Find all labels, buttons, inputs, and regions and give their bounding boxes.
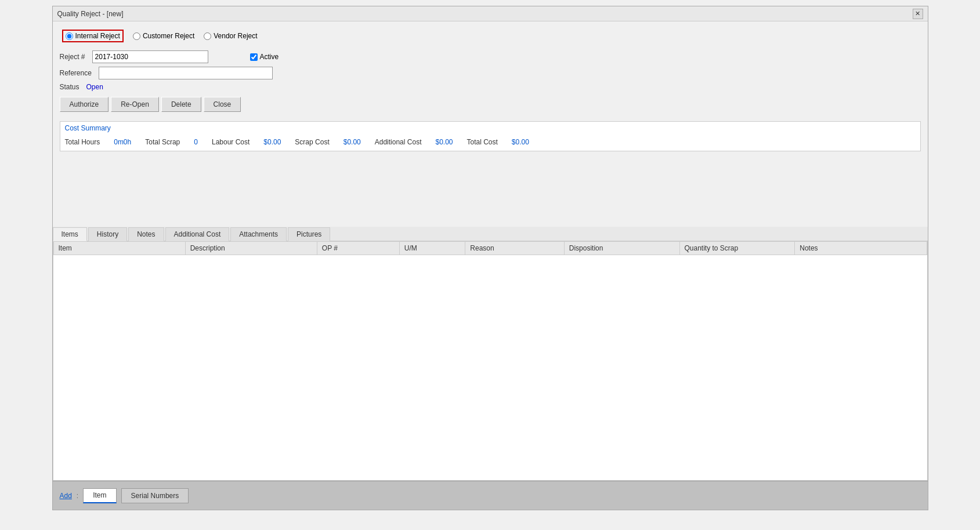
labour-cost-value: $0.00: [263, 138, 281, 146]
colon-separator: :: [77, 492, 78, 500]
main-window: Quality Reject - [new] ✕ Internal Reject…: [52, 6, 928, 510]
tab-attachments[interactable]: Attachments: [230, 227, 287, 241]
col-description: Description: [185, 242, 317, 255]
total-cost-label: Total Cost: [467, 138, 498, 146]
col-disposition: Disposition: [564, 242, 679, 255]
reject-num-label: Reject #: [60, 53, 85, 61]
cost-summary-title: Cost Summary: [65, 124, 916, 132]
customer-reject-label: Customer Reject: [143, 32, 194, 40]
scrap-cost-value: $0.00: [343, 138, 361, 146]
col-item: Item: [53, 242, 185, 255]
col-reason: Reason: [465, 242, 564, 255]
items-table: Item Description OP # U/M Reason Disposi…: [53, 241, 927, 255]
internal-reject-label: Internal Reject: [75, 32, 120, 40]
window-title: Quality Reject - [new]: [57, 10, 124, 18]
col-op: OP #: [317, 242, 399, 255]
additional-cost-value: $0.00: [435, 138, 453, 146]
vendor-reject-label: Vendor Reject: [214, 32, 257, 40]
scrap-cost-label: Scrap Cost: [295, 138, 329, 146]
tab-items[interactable]: Items: [53, 227, 87, 241]
status-value: Open: [86, 83, 103, 91]
additional-cost-label: Additional Cost: [375, 138, 422, 146]
delete-button[interactable]: Delete: [161, 97, 201, 112]
labour-cost-label: Labour Cost: [212, 138, 249, 146]
serial-numbers-button[interactable]: Serial Numbers: [121, 488, 189, 503]
tab-notes[interactable]: Notes: [128, 227, 164, 241]
tab-history[interactable]: History: [88, 227, 127, 241]
tab-bar: Items History Notes Additional Cost Atta…: [53, 227, 928, 241]
vendor-reject-option[interactable]: Vendor Reject: [204, 32, 257, 40]
close-button-action[interactable]: Close: [204, 97, 241, 112]
tab-pictures[interactable]: Pictures: [288, 227, 330, 241]
active-label: Active: [260, 53, 279, 61]
col-qty-scrap: Quantity to Scrap: [679, 242, 795, 255]
add-label[interactable]: Add: [60, 492, 72, 500]
internal-reject-radio[interactable]: [66, 32, 73, 40]
reject-num-input[interactable]: [92, 50, 208, 63]
tab-content-items: Item Description OP # U/M Reason Disposi…: [53, 241, 928, 481]
tabs-container: Items History Notes Additional Cost Atta…: [53, 227, 928, 481]
customer-reject-radio[interactable]: [133, 32, 140, 40]
total-scrap-value: 0: [194, 138, 198, 146]
tab-additional-cost[interactable]: Additional Cost: [165, 227, 230, 241]
authorize-button[interactable]: Authorize: [60, 97, 109, 112]
reference-input[interactable]: [99, 67, 273, 79]
col-notes: Notes: [795, 242, 927, 255]
content-area: Internal Reject Customer Reject Vendor R…: [53, 21, 928, 163]
reject-type-group: Internal Reject Customer Reject Vendor R…: [60, 26, 921, 46]
cost-summary-section: Cost Summary Total Hours 0m0h Total Scra…: [60, 121, 921, 151]
active-checkbox[interactable]: [250, 53, 258, 61]
bottom-bar: Add : Item Serial Numbers: [53, 481, 928, 510]
reference-label: Reference: [60, 69, 92, 77]
col-um: U/M: [399, 242, 465, 255]
total-cost-value: $0.00: [512, 138, 529, 146]
reopen-button[interactable]: Re-Open: [111, 97, 159, 112]
internal-reject-option[interactable]: Internal Reject: [62, 30, 124, 42]
item-button[interactable]: Item: [83, 488, 116, 503]
status-label: Status: [60, 83, 79, 91]
customer-reject-option[interactable]: Customer Reject: [133, 32, 194, 40]
vendor-reject-radio[interactable]: [204, 32, 211, 40]
total-hours-value: 0m0h: [114, 138, 131, 146]
total-scrap-label: Total Scrap: [145, 138, 180, 146]
cost-row: Total Hours 0m0h Total Scrap 0 Labour Co…: [65, 136, 916, 148]
total-hours-label: Total Hours: [65, 138, 100, 146]
action-buttons: Authorize Re-Open Delete Close: [60, 97, 921, 112]
close-button[interactable]: ✕: [913, 9, 923, 19]
title-bar: Quality Reject - [new] ✕: [53, 6, 928, 21]
